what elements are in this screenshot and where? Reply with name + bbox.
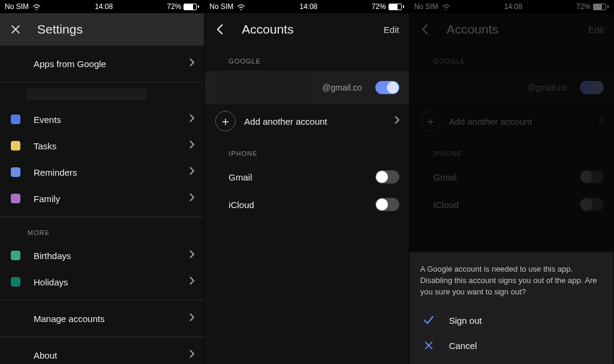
screen-accounts-signout: No SIM 14:08 72% Accounts Edit GOOGLE @g…	[410, 0, 614, 364]
sheet-message: A Google account is needed to use this a…	[420, 264, 603, 298]
carrier-text: No SIM	[209, 2, 233, 11]
status-bar: No SIM 14:08 72%	[204, 0, 408, 13]
birthdays-row[interactable]: Birthdays	[0, 242, 204, 269]
battery-pct: 72%	[167, 2, 181, 11]
holidays-row[interactable]: Holidays	[0, 269, 204, 295]
accounts-header: Accounts Edit	[204, 13, 408, 46]
wifi-icon	[32, 4, 41, 10]
account-toggle[interactable]	[375, 81, 399, 94]
color-dot	[11, 251, 20, 260]
account-info-redacted	[215, 76, 312, 100]
gmail-row[interactable]: Gmail	[204, 163, 408, 191]
settings-header: Settings	[0, 13, 204, 46]
row-label: Gmail	[434, 172, 567, 182]
account-email-suffix: @gmail.co	[527, 83, 570, 92]
add-account-row: ＋ Add another account	[410, 104, 613, 138]
signout-sheet: A Google account is needed to use this a…	[410, 252, 613, 364]
row-label: Add another account	[449, 116, 591, 127]
close-icon[interactable]	[8, 22, 23, 37]
row-label: Sign out	[449, 315, 482, 326]
svg-point-1	[240, 8, 242, 10]
chevron-right-icon	[395, 116, 399, 127]
row-label: iCloud	[228, 200, 362, 210]
plus-icon: ＋	[215, 111, 236, 131]
cancel-button[interactable]: Cancel	[420, 333, 603, 358]
chevron-right-icon	[189, 193, 194, 204]
svg-point-0	[36, 8, 37, 10]
account-email-suffix: @gmail.co	[322, 83, 365, 92]
color-dot	[11, 115, 20, 124]
google-account-row: @gmail.co	[410, 71, 613, 104]
account-info-redacted	[420, 76, 517, 100]
clock-text: 14:08	[504, 2, 522, 11]
sign-out-button[interactable]: Sign out	[420, 308, 603, 333]
row-label: iCloud	[434, 200, 567, 210]
google-section-header: GOOGLE	[204, 46, 408, 71]
chevron-right-icon	[599, 116, 604, 127]
chevron-right-icon	[189, 58, 194, 69]
row-label: Cancel	[449, 341, 477, 351]
chevron-right-icon	[189, 276, 194, 287]
color-dot	[11, 277, 20, 287]
google-account-row[interactable]: @gmail.co	[204, 71, 408, 104]
screen-accounts: No SIM 14:08 72% Accounts Edit GOOGLE @g…	[204, 0, 409, 364]
apps-from-google-row[interactable]: Apps from Google	[0, 46, 204, 82]
gmail-toggle[interactable]	[375, 170, 399, 183]
row-label: Holidays	[34, 277, 176, 287]
tasks-row[interactable]: Tasks	[0, 133, 204, 159]
clock-text: 14:08	[95, 2, 113, 11]
family-row[interactable]: Family	[0, 185, 204, 212]
carrier-text: No SIM	[414, 2, 438, 11]
chevron-right-icon	[189, 313, 194, 324]
clock-text: 14:08	[299, 2, 317, 11]
row-label: Gmail	[228, 172, 362, 182]
chevron-right-icon	[189, 167, 194, 178]
about-row[interactable]: About	[0, 337, 204, 364]
row-label: Family	[34, 194, 176, 204]
battery-icon	[593, 4, 609, 10]
color-dot	[11, 167, 20, 177]
manage-accounts-row[interactable]: Manage accounts	[0, 300, 204, 336]
battery-icon	[389, 4, 404, 10]
chevron-right-icon	[189, 140, 194, 151]
carrier-text: No SIM	[5, 2, 29, 11]
chevron-right-icon	[189, 250, 194, 261]
account-toggle	[580, 81, 604, 94]
color-dot	[11, 194, 20, 203]
gmail-row: Gmail	[410, 163, 613, 191]
reminders-row[interactable]: Reminders	[0, 159, 204, 185]
more-section-header: MORE	[0, 217, 204, 242]
edit-button[interactable]: Edit	[588, 25, 604, 35]
events-row[interactable]: Events	[0, 106, 204, 133]
back-icon[interactable]	[418, 22, 432, 37]
add-account-row[interactable]: ＋ Add another account	[204, 104, 408, 138]
color-dot	[11, 141, 20, 151]
chevron-right-icon	[189, 350, 194, 360]
battery-pct: 72%	[576, 2, 591, 11]
row-label: Apps from Google	[34, 59, 176, 69]
wifi-icon	[442, 4, 450, 10]
status-bar: No SIM 14:08 72%	[0, 0, 204, 13]
icloud-toggle	[580, 198, 604, 211]
icloud-toggle[interactable]	[375, 198, 399, 211]
gmail-toggle	[580, 170, 604, 183]
battery-icon	[183, 4, 199, 10]
account-label-redacted	[26, 88, 146, 100]
screen-settings: No SIM 14:08 72% Settings Apps from Goog…	[0, 0, 204, 364]
page-title: Accounts	[447, 22, 498, 37]
x-icon	[423, 339, 435, 351]
battery-pct: 72%	[372, 2, 386, 11]
back-icon[interactable]	[213, 22, 227, 37]
status-bar: No SIM 14:08 72%	[410, 0, 613, 13]
edit-button[interactable]: Edit	[384, 25, 399, 35]
row-label: Events	[34, 115, 176, 125]
row-label: About	[34, 350, 176, 360]
wifi-icon	[237, 4, 245, 10]
page-title: Accounts	[242, 22, 293, 37]
google-section-header: GOOGLE	[410, 46, 613, 71]
page-title: Settings	[37, 22, 83, 37]
icloud-row[interactable]: iCloud	[204, 191, 408, 218]
row-label: Reminders	[34, 167, 176, 178]
row-label: Manage accounts	[34, 314, 176, 324]
icloud-row: iCloud	[410, 191, 613, 218]
